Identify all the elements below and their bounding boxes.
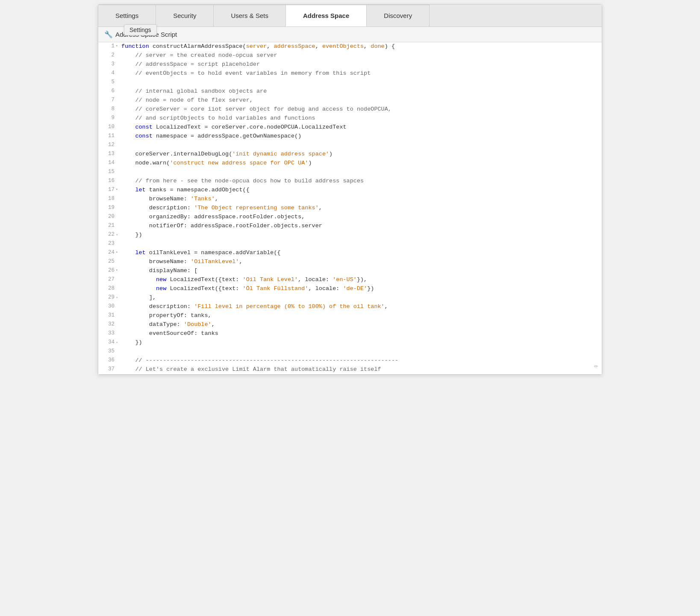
tab-security[interactable]: Security [156,5,214,26]
code-line-26: 26▾ displayName: [ [98,267,602,276]
wrench-icon: 🔧 [104,30,113,38]
tab-bar: Settings Security Users & Sets Address S… [98,5,602,27]
code-line-13: 13 coreServer.internalDebugLog('init dyn… [98,150,602,159]
code-line-32: 32 dataType: 'Double', [98,320,602,329]
tab-address-space[interactable]: Address Space [285,5,367,26]
code-line-14: 14 node.warn('construct new address spac… [98,159,602,168]
code-line-30: 30 description: 'Fill level in percentag… [98,302,602,311]
code-line-23: 23 [98,240,602,249]
code-line-15: 15 [98,168,602,177]
code-line-19: 19 description: 'The Object representing… [98,204,602,213]
code-line-4: 4 // eventObjects = to hold event variab… [98,69,602,78]
code-line-10: 10 const LocalizedText = coreServer.core… [98,123,602,132]
tab-users-sets[interactable]: Users & Sets [213,5,286,26]
code-line-24: 24▾ let oilTankLevel = namespace.addVari… [98,249,602,258]
code-line-21: 21 notifierOf: addressSpace.rootFolder.o… [98,222,602,231]
header-bar: Settings 🔧 Address Space Script [98,27,602,42]
code-line-34: 34▴ }) [98,338,602,347]
code-line-29: 29▴ ], [98,293,602,302]
code-line-7: 7 // node = node of the flex server, [98,96,602,105]
code-line-9: 9 // and scriptObjects to hold variables… [98,114,602,123]
code-line-11: 11 const namespace = addressSpace.getOwn… [98,132,602,141]
code-line-20: 20 organizedBy: addressSpace.rootFolder.… [98,213,602,222]
code-line-8: 8 // coreServer = core iiot server objec… [98,105,602,114]
code-line-22: 22▴ }) [98,231,602,240]
code-line-31: 31 propertyOf: tanks, [98,311,602,320]
code-line-5: 5 [98,78,602,87]
code-line-17: 17▾ let tanks = namespace.addObject({ [98,186,602,195]
code-line-2: 2 // server = the created node-opcua ser… [98,51,602,60]
code-line-18: 18 browseName: 'Tanks', [98,195,602,204]
code-line-33: 33 eventSourceOf: tanks [98,329,602,338]
code-line-28: 28 new LocalizedText({text: 'Öl Tank Fül… [98,285,602,293]
code-line-3: 3 // addressSpace = script placeholder [98,60,602,69]
settings-tooltip: Settings [124,24,157,35]
code-line-16: 16 // from here - see the node-opcua doc… [98,177,602,186]
code-line-27: 27 new LocalizedText({text: 'Oil Tank Le… [98,276,602,285]
code-line-35: 35 [98,347,602,356]
code-line-25: 25 browseName: 'OilTankLevel', [98,258,602,267]
code-line-37: 37 // Let's create a exclusive Limit Ala… [98,365,602,374]
code-line-6: 6 // internal global sandbox objects are [98,87,602,96]
edit-icon[interactable]: ✏ [594,361,598,372]
code-line-1: 1▾ function constructAlarmAddressSpace(s… [98,42,602,51]
tab-discovery[interactable]: Discovery [366,5,429,26]
code-line-36: 36 // ----------------------------------… [98,356,602,365]
code-editor[interactable]: 1▾ function constructAlarmAddressSpace(s… [98,42,602,374]
code-line-12: 12 [98,141,602,150]
tab-settings[interactable]: Settings [98,5,156,26]
main-window: Settings Security Users & Sets Address S… [98,4,602,375]
